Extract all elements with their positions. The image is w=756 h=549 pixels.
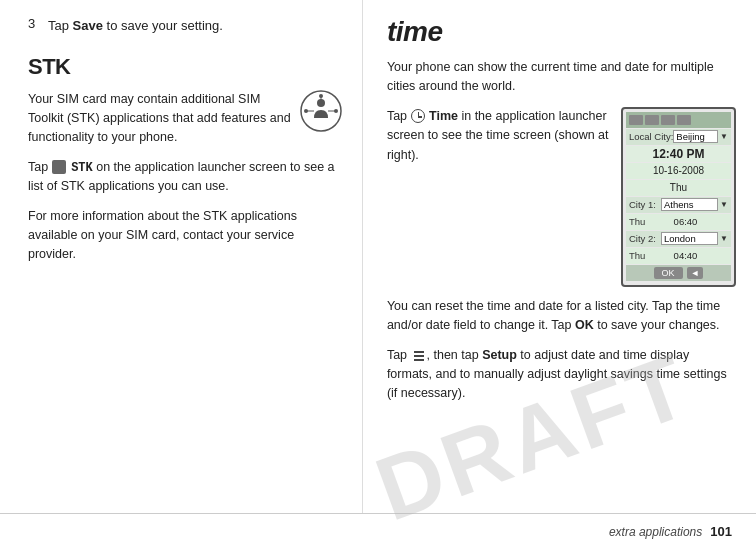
screen-city1-row: City 1: Athens ▼: [626, 197, 731, 213]
screen-icon-4: [677, 115, 691, 125]
ok-button[interactable]: OK: [654, 267, 683, 279]
stk-app-icon: [52, 160, 66, 174]
step-3: 3 Tap Save to save your setting.: [28, 16, 342, 36]
screen-icon-2: [645, 115, 659, 125]
stk-title: STK: [28, 54, 342, 80]
step-text-suffix: to save your setting.: [103, 18, 223, 33]
city1-time: 06:40: [661, 216, 710, 227]
right-para4: Tap , then tap Setup to adjust date and …: [387, 346, 736, 404]
svg-point-3: [304, 109, 308, 113]
city1-value: Athens: [661, 198, 718, 211]
svg-point-1: [317, 99, 325, 107]
para4-middle: , then tap: [427, 348, 483, 362]
screen-icons: [629, 115, 691, 125]
back-button[interactable]: ◄: [687, 267, 704, 279]
city2-value: London: [661, 232, 718, 245]
page-title: time: [387, 16, 736, 48]
city2-label: City 2:: [629, 233, 661, 244]
para2-prefix: Tap: [387, 109, 411, 123]
stk-para2: For more information about the STK appli…: [28, 207, 342, 265]
para3-suffix: to save your changes.: [594, 318, 720, 332]
right-para3: You can reset the time and date for a li…: [387, 297, 736, 336]
footer-section: extra applications: [609, 525, 702, 539]
right-para2: Tap Time in the application launcher scr…: [387, 107, 611, 165]
time-phone-screen: Local City: Beijing ▼ 12:40 PM 10-16-200…: [621, 107, 736, 287]
screen-city2-row: City 2: London ▼: [626, 231, 731, 247]
city2-arrow: ▼: [718, 234, 728, 243]
screen-date-row: 10-16-2008: [626, 163, 731, 179]
screen-time-row: 12:40 PM: [626, 146, 731, 162]
city2-day: Thu: [629, 250, 661, 261]
time-text-block: Tap Time in the application launcher scr…: [387, 107, 621, 175]
time-clock-icon: [411, 109, 425, 123]
city1-arrow: ▼: [718, 200, 728, 209]
local-city-arrow: ▼: [718, 132, 728, 141]
stk-header: Your SIM card may contain additional SIM…: [28, 90, 342, 148]
right-column: time Your phone can show the current tim…: [363, 0, 756, 513]
step-text: Tap Save to save your setting.: [48, 16, 223, 36]
city2-time: 04:40: [661, 250, 710, 261]
step-text-prefix: Tap: [48, 18, 73, 33]
ok-keyword: OK: [575, 318, 594, 332]
screen-icon-1: [629, 115, 643, 125]
screen-icon-3: [661, 115, 675, 125]
save-keyword: Save: [73, 18, 103, 33]
setup-keyword: Setup: [482, 348, 517, 362]
stk-description: Your SIM card may contain additional SIM…: [28, 90, 300, 148]
screen-time-value: 12:40 PM: [652, 147, 704, 161]
svg-point-7: [319, 94, 323, 98]
page-footer: extra applications 101: [0, 513, 756, 549]
screen-ok-row: OK ◄: [626, 265, 731, 281]
right-para1: Your phone can show the current time and…: [387, 58, 736, 97]
footer-page-number: 101: [710, 524, 732, 539]
screen-city2-time-row: Thu 04:40: [626, 248, 731, 264]
stk-toolkit-icon: [300, 90, 342, 132]
stk-para1-prefix: Tap: [28, 160, 52, 174]
main-content: 3 Tap Save to save your setting. STK You…: [0, 0, 756, 513]
para4-prefix: Tap: [387, 348, 411, 362]
local-city-value: Beijing: [673, 130, 718, 143]
time-label: Time: [429, 109, 458, 123]
stk-para1: Tap STK on the application launcher scre…: [28, 158, 342, 197]
stk-keyword: STK: [71, 161, 93, 175]
step-number: 3: [28, 16, 44, 31]
screen-day-row: Thu: [626, 180, 731, 196]
screen-icons-row: [626, 112, 731, 128]
screen-date-value: 10-16-2008: [653, 165, 704, 176]
screen-city1-time-row: Thu 06:40: [626, 214, 731, 230]
time-section: Tap Time in the application launcher scr…: [387, 107, 736, 287]
local-city-label: Local City:: [629, 131, 673, 142]
svg-point-5: [334, 109, 338, 113]
screen-day-value: Thu: [670, 182, 687, 193]
screen-local-city-row: Local City: Beijing ▼: [626, 129, 731, 145]
menu-icon: [413, 349, 425, 361]
left-column: 3 Tap Save to save your setting. STK You…: [0, 0, 363, 513]
city1-label: City 1:: [629, 199, 661, 210]
city1-day: Thu: [629, 216, 661, 227]
